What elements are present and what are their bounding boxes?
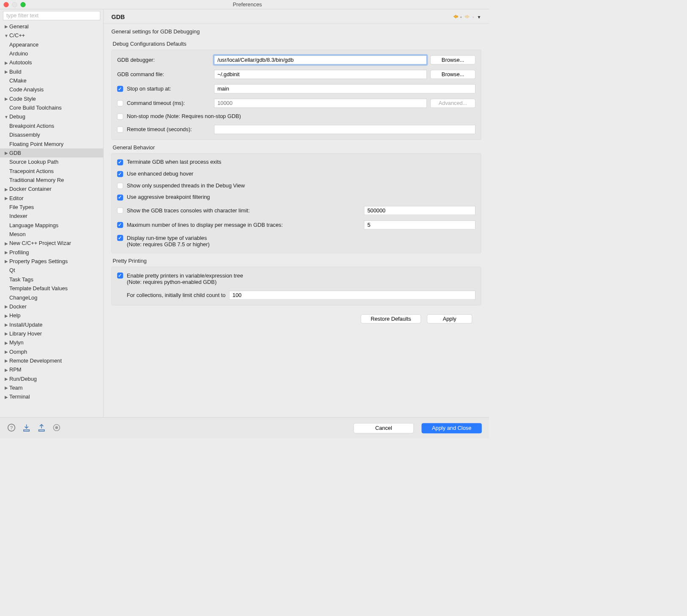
- disclosure-right-icon[interactable]: ▶: [4, 187, 8, 191]
- display-rtt-checkbox[interactable]: [117, 235, 123, 241]
- sidebar-item-team[interactable]: ▶Team: [0, 383, 103, 392]
- sidebar-item-gdb[interactable]: ▶GDB: [0, 148, 103, 157]
- sidebar-item-profiling[interactable]: ▶Profiling: [0, 248, 103, 257]
- sidebar-item-meson[interactable]: ▶Meson: [0, 230, 103, 239]
- sidebar-item-arduino[interactable]: ▶Arduino: [0, 49, 103, 58]
- disclosure-right-icon[interactable]: ▶: [4, 24, 8, 29]
- disclosure-right-icon[interactable]: ▶: [4, 331, 8, 336]
- sidebar-item-breakpoint-actions[interactable]: ▶Breakpoint Actions: [0, 121, 103, 130]
- sidebar-item-qt[interactable]: ▶Qt: [0, 266, 103, 275]
- browse-gdb-debugger-button[interactable]: Browse...: [430, 55, 475, 64]
- restore-defaults-button[interactable]: Restore Defaults: [361, 314, 421, 323]
- sidebar-item-appearance[interactable]: ▶Appearance: [0, 40, 103, 49]
- sidebar-item-tracepoint-actions[interactable]: ▶Tracepoint Actions: [0, 167, 103, 176]
- sidebar-item-traditional-memory-re[interactable]: ▶Traditional Memory Re: [0, 176, 103, 184]
- nav-back-icon[interactable]: [452, 14, 458, 20]
- filter-input[interactable]: [3, 11, 100, 20]
- remote-timeout-input[interactable]: [214, 125, 475, 134]
- max-lines-checkbox[interactable]: [117, 222, 123, 228]
- disclosure-right-icon[interactable]: ▶: [4, 250, 8, 255]
- sidebar-item-editor[interactable]: ▶Editor: [0, 194, 103, 203]
- minimize-window-button[interactable]: [12, 2, 17, 7]
- sidebar-item-new-c-c-project-wizar[interactable]: ▶New C/C++ Project Wizar: [0, 239, 103, 248]
- disclosure-right-icon[interactable]: ▶: [4, 69, 8, 74]
- sidebar-item-changelog[interactable]: ▶ChangeLog: [0, 293, 103, 302]
- sidebar-item-code-analysis[interactable]: ▶Code Analysis: [0, 85, 103, 94]
- sidebar-item-general[interactable]: ▶General: [0, 22, 103, 31]
- nav-forward-menu-icon[interactable]: ▾: [473, 15, 474, 19]
- disclosure-right-icon[interactable]: ▶: [4, 349, 8, 354]
- disclosure-right-icon[interactable]: ▶: [4, 358, 8, 363]
- disclosure-right-icon[interactable]: ▶: [4, 385, 8, 390]
- sidebar-item-language-mappings[interactable]: ▶Language Mappings: [0, 221, 103, 230]
- sidebar-item-property-pages-settings[interactable]: ▶Property Pages Settings: [0, 257, 103, 266]
- sidebar-item-library-hover[interactable]: ▶Library Hover: [0, 329, 103, 338]
- sidebar-item-build[interactable]: ▶Build: [0, 67, 103, 76]
- close-window-button[interactable]: [4, 2, 9, 7]
- command-timeout-checkbox[interactable]: [117, 100, 123, 106]
- help-icon[interactable]: ?: [7, 424, 16, 433]
- export-icon[interactable]: [37, 424, 46, 433]
- sidebar-item-remote-development[interactable]: ▶Remote Development: [0, 356, 103, 365]
- disclosure-right-icon[interactable]: ▶: [4, 340, 8, 345]
- disclosure-right-icon[interactable]: ▶: [4, 304, 8, 309]
- nav-forward-icon[interactable]: [464, 14, 470, 20]
- sidebar-item-mylyn[interactable]: ▶Mylyn: [0, 338, 103, 347]
- sidebar-item-oomph[interactable]: ▶Oomph: [0, 347, 103, 356]
- maximize-window-button[interactable]: [20, 2, 25, 7]
- sidebar-item-debug[interactable]: ▼Debug: [0, 113, 103, 121]
- sidebar-item-cmake[interactable]: ▶CMake: [0, 76, 103, 85]
- disclosure-right-icon[interactable]: ▶: [4, 96, 8, 101]
- remote-timeout-checkbox[interactable]: [117, 126, 123, 132]
- sidebar-item-template-default-values[interactable]: ▶Template Default Values: [0, 284, 103, 293]
- disclosure-right-icon[interactable]: ▶: [4, 367, 8, 372]
- oomph-icon[interactable]: [52, 424, 61, 433]
- disclosure-right-icon[interactable]: ▶: [4, 259, 8, 264]
- cancel-button[interactable]: Cancel: [354, 423, 414, 433]
- sidebar-item-indexer[interactable]: ▶Indexer: [0, 212, 103, 220]
- aggressive-bp-checkbox[interactable]: [117, 194, 123, 200]
- show-suspended-checkbox[interactable]: [117, 183, 123, 189]
- gdb-command-file-input[interactable]: [214, 70, 427, 79]
- terminate-gdb-checkbox[interactable]: [117, 159, 123, 165]
- disclosure-right-icon[interactable]: ▶: [4, 313, 8, 318]
- stop-on-startup-checkbox[interactable]: [117, 86, 123, 92]
- enhanced-hover-checkbox[interactable]: [117, 171, 123, 177]
- sidebar-item-terminal[interactable]: ▶Terminal: [0, 392, 103, 401]
- sidebar-item-source-lookup-path[interactable]: ▶Source Lookup Path: [0, 157, 103, 166]
- sidebar-item-autotools[interactable]: ▶Autotools: [0, 58, 103, 67]
- apply-button[interactable]: Apply: [427, 314, 472, 323]
- sidebar-item-disassembly[interactable]: ▶Disassembly: [0, 130, 103, 139]
- max-lines-input[interactable]: [364, 220, 475, 229]
- pretty-enable-checkbox[interactable]: [117, 272, 123, 278]
- traces-limit-input[interactable]: [364, 206, 475, 215]
- sidebar-item-file-types[interactable]: ▶File Types: [0, 203, 103, 212]
- sidebar-item-install-update[interactable]: ▶Install/Update: [0, 320, 103, 329]
- disclosure-right-icon[interactable]: ▶: [4, 322, 8, 327]
- sidebar-item-run-debug[interactable]: ▶Run/Debug: [0, 374, 103, 383]
- sidebar-item-docker-container[interactable]: ▶Docker Container: [0, 184, 103, 193]
- disclosure-right-icon[interactable]: ▶: [4, 394, 8, 399]
- sidebar-item-help[interactable]: ▶Help: [0, 311, 103, 320]
- browse-command-file-button[interactable]: Browse...: [430, 70, 475, 79]
- gdb-debugger-input[interactable]: [214, 55, 427, 64]
- disclosure-down-icon[interactable]: ▼: [4, 33, 8, 38]
- disclosure-right-icon[interactable]: ▶: [4, 151, 8, 155]
- sidebar-item-core-build-toolchains[interactable]: ▶Core Build Toolchains: [0, 103, 103, 112]
- disclosure-down-icon[interactable]: ▼: [4, 114, 8, 119]
- disclosure-right-icon[interactable]: ▶: [4, 60, 8, 65]
- disclosure-right-icon[interactable]: ▶: [4, 196, 8, 201]
- stop-on-startup-input[interactable]: [214, 84, 475, 93]
- disclosure-right-icon[interactable]: ▶: [4, 241, 8, 245]
- nonstop-checkbox[interactable]: [117, 113, 123, 119]
- apply-close-button[interactable]: Apply and Close: [422, 423, 482, 433]
- sidebar-item-docker[interactable]: ▶Docker: [0, 302, 103, 311]
- import-icon[interactable]: [22, 424, 31, 433]
- sidebar-item-floating-point-memory[interactable]: ▶Floating Point Memory: [0, 140, 103, 148]
- nav-back-menu-icon[interactable]: ▾: [460, 15, 462, 19]
- sidebar-item-rpm[interactable]: ▶RPM: [0, 365, 103, 374]
- traces-limit-checkbox[interactable]: [117, 207, 123, 213]
- sidebar-item-c-c-[interactable]: ▼C/C++: [0, 31, 103, 40]
- pretty-child-input[interactable]: [229, 291, 475, 300]
- view-menu-icon[interactable]: ▼: [477, 15, 481, 19]
